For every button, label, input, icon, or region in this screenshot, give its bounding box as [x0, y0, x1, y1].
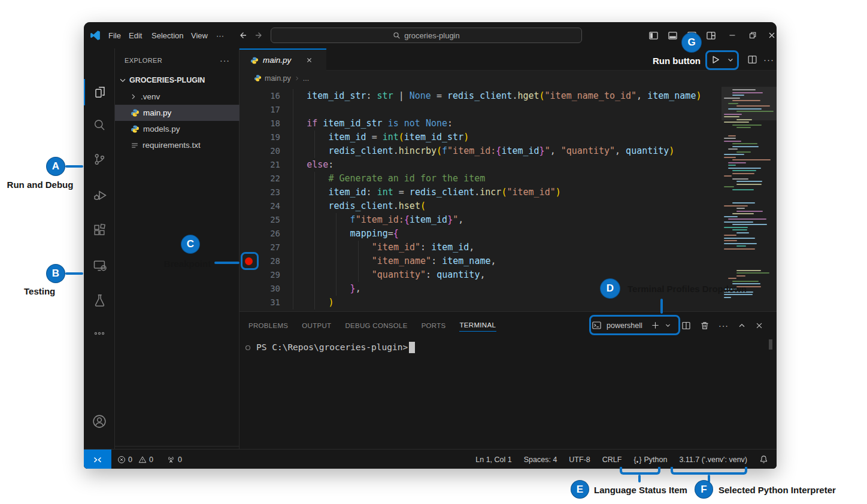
run-button-icon[interactable] [710, 54, 721, 65]
menu-selection[interactable]: Selection [146, 22, 189, 48]
breakpoint-gutter[interactable] [240, 158, 257, 172]
line-number[interactable]: 28 [257, 254, 280, 268]
close-panel-icon[interactable] [755, 321, 763, 330]
account-icon[interactable] [84, 408, 115, 435]
code-line-25[interactable]: 25f"item_id:{item_id}", [240, 213, 722, 227]
breakpoint-gutter[interactable] [240, 241, 257, 254]
code-line-21[interactable]: 21else: [240, 158, 722, 172]
panel-tab-terminal[interactable]: TERMINAL [459, 319, 497, 332]
testing-icon[interactable] [84, 287, 115, 313]
search-input[interactable]: groceries-plugin [271, 28, 582, 43]
code-line-17[interactable]: 17 [240, 103, 722, 117]
tab-close-icon[interactable] [306, 57, 313, 63]
line-number[interactable]: 26 [257, 227, 280, 241]
activity-more-icon[interactable] [84, 320, 115, 347]
line-number[interactable]: 21 [257, 158, 280, 172]
extensions-icon[interactable] [84, 217, 115, 243]
code-line-19[interactable]: 19item_id = int(item_id_str) [240, 130, 722, 144]
breakpoint-gutter[interactable] [240, 296, 257, 309]
code-line-24[interactable]: 24redis_client.hset( [240, 199, 722, 213]
line-number[interactable]: 29 [257, 268, 280, 282]
run-dropdown-chevron-icon[interactable] [727, 56, 734, 63]
code-line-27[interactable]: 27"item_id": item_id, [240, 241, 722, 254]
tab-main-py[interactable]: main.py [240, 48, 326, 71]
explorer-more-icon[interactable]: ··· [220, 56, 240, 65]
maximize-panel-icon[interactable] [738, 321, 746, 330]
terminal-scrollbar[interactable] [769, 339, 772, 350]
breakpoint-gutter[interactable] [240, 199, 257, 213]
toggle-primary-sidebar-icon[interactable] [644, 22, 662, 48]
language-status-item[interactable]: {} Python [633, 456, 667, 464]
code-line-20[interactable]: 20redis_client.hincrby(f"item_id:{item_i… [240, 144, 722, 158]
restore-window-icon[interactable] [744, 22, 762, 48]
breakpoint-gutter[interactable] [240, 254, 257, 268]
tree-item-models-py[interactable]: models.py [115, 121, 240, 137]
terminal-profiles-chevron-icon[interactable] [665, 322, 671, 329]
remote-explorer-icon[interactable] [84, 252, 115, 278]
split-editor-icon[interactable] [747, 54, 757, 65]
menu-more-icon[interactable]: ··· [211, 22, 229, 48]
close-window-icon[interactable] [763, 22, 777, 48]
code-line-22[interactable]: 22# Generate an id for the item [240, 172, 722, 186]
folder-root[interactable]: GROCERIES-PLUGIN [115, 72, 240, 88]
code-line-16[interactable]: 16item_id_str: str | None = redis_client… [240, 89, 722, 103]
explorer-icon[interactable] [84, 79, 115, 105]
code-line-18[interactable]: 18if item_id_str is not None: [240, 117, 722, 130]
run-and-debug-icon[interactable] [84, 181, 115, 208]
customize-layout-icon[interactable] [702, 22, 720, 48]
python-interpreter-status[interactable]: 3.11.7 ('.venv': venv) [679, 456, 747, 464]
breakpoint-gutter[interactable] [240, 144, 257, 158]
split-terminal-icon[interactable] [681, 321, 691, 330]
tree-item-venv[interactable]: .venv [115, 89, 240, 105]
breakpoint-gutter[interactable] [240, 213, 257, 227]
code-line-23[interactable]: 23item_id: int = redis_client.incr("item… [240, 186, 722, 199]
editor-more-actions-icon[interactable]: ··· [763, 54, 774, 65]
breakpoint-gutter[interactable] [240, 227, 257, 241]
panel-tab-ports[interactable]: PORTS [421, 320, 447, 332]
eol-status[interactable]: CRLF [602, 456, 622, 464]
kill-terminal-trash-icon[interactable] [700, 321, 710, 330]
breakpoint-gutter[interactable] [240, 130, 257, 144]
panel-tab-debug-console[interactable]: DEBUG CONSOLE [344, 320, 408, 332]
search-view-icon[interactable] [84, 112, 115, 138]
code-line-31[interactable]: 31) [240, 296, 722, 309]
toggle-secondary-sidebar-icon[interactable] [683, 22, 701, 48]
terminal-profile-label[interactable]: powershell [607, 321, 642, 330]
minimize-window-icon[interactable] [723, 22, 741, 48]
indentation-status[interactable]: Spaces: 4 [524, 456, 557, 464]
code-line-26[interactable]: 26mapping={ [240, 227, 722, 241]
minimap[interactable] [722, 86, 777, 311]
line-number[interactable]: 18 [257, 117, 280, 130]
panel-tab-output[interactable]: OUTPUT [301, 320, 332, 332]
breakpoint-dot[interactable] [245, 257, 253, 265]
code-editor[interactable]: 16item_id_str: str | None = redis_client… [240, 86, 777, 311]
line-number[interactable]: 16 [257, 89, 280, 103]
line-number[interactable]: 25 [257, 213, 280, 227]
new-terminal-icon[interactable] [651, 321, 660, 330]
breakpoint-gutter[interactable] [240, 172, 257, 186]
code-line-28[interactable]: 28"item_name": item_name, [240, 254, 722, 268]
line-number[interactable]: 23 [257, 186, 280, 199]
remote-indicator[interactable] [84, 450, 111, 469]
line-number[interactable]: 31 [257, 296, 280, 309]
breakpoint-gutter[interactable] [240, 186, 257, 199]
toggle-panel-icon[interactable] [663, 22, 681, 48]
code-line-29[interactable]: 29"quantity": quantity, [240, 268, 722, 282]
breadcrumb[interactable]: main.py ... [240, 71, 777, 86]
forward-arrow-icon[interactable] [250, 22, 268, 48]
errors-warnings-status[interactable]: 0 0 [117, 456, 153, 464]
code-line-30[interactable]: 30}, [240, 282, 722, 296]
line-number[interactable]: 27 [257, 241, 280, 254]
terminal[interactable]: PS C:\Repos\groceries-plugin> [245, 342, 415, 353]
breakpoint-gutter[interactable] [240, 117, 257, 130]
panel-tab-problems[interactable]: PROBLEMS [248, 320, 289, 332]
breakpoint-gutter[interactable] [240, 89, 257, 103]
menu-edit[interactable]: Edit [123, 22, 147, 48]
breakpoint-gutter[interactable] [240, 268, 257, 282]
breakpoint-gutter[interactable] [240, 103, 257, 117]
line-number[interactable]: 17 [257, 103, 280, 117]
notifications-bell-icon[interactable] [759, 455, 768, 464]
encoding-status[interactable]: UTF-8 [569, 456, 590, 464]
cursor-position-status[interactable]: Ln 1, Col 1 [475, 456, 511, 464]
line-number[interactable]: 20 [257, 144, 280, 158]
